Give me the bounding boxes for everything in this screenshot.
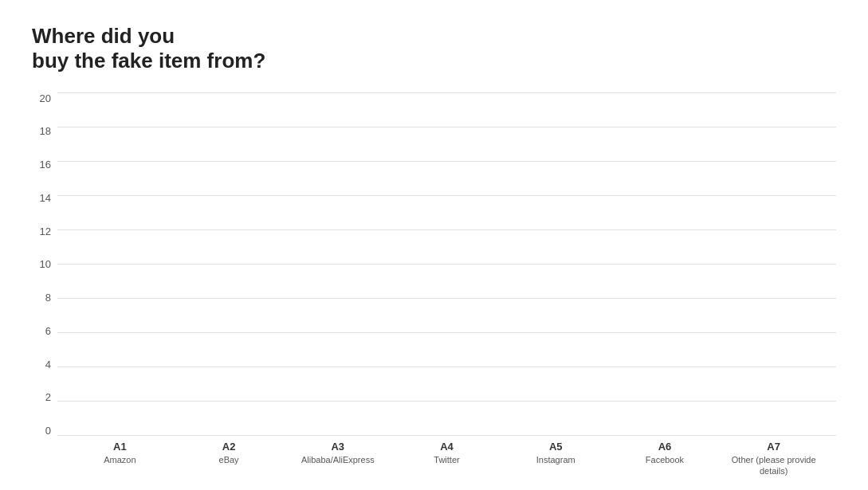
chart-container: Where did you buy the fake item from? 02… <box>0 0 868 490</box>
y-axis-label: 0 <box>32 425 57 436</box>
x-code-label: A1 <box>113 441 127 453</box>
x-code-label: A2 <box>222 441 236 453</box>
chart-inner: A1AmazonA2eBayA3Alibaba/AliExpressA4Twit… <box>57 92 836 474</box>
chart-area: 02468101214161820 A1AmazonA2eBayA3Alibab… <box>32 92 836 474</box>
y-axis-label: 18 <box>32 126 57 136</box>
x-name-label: Amazon <box>104 454 136 465</box>
x-name-label: Instagram <box>536 454 575 465</box>
y-axis-label: 16 <box>32 159 57 170</box>
x-code-label: A6 <box>658 441 672 453</box>
x-name-label: Facebook <box>646 454 684 465</box>
chart-title: Where did you buy the fake item from? <box>32 24 836 73</box>
x-label-group: A4Twitter <box>392 441 501 474</box>
title-line2: buy the fake item from? <box>32 49 265 73</box>
y-axis-label: 12 <box>32 226 57 237</box>
x-code-label: A4 <box>440 441 454 453</box>
y-axis-label: 14 <box>32 193 57 203</box>
y-axis-label: 6 <box>32 326 57 336</box>
x-name-label: eBay <box>219 454 239 465</box>
x-name-label: Alibaba/AliExpress <box>301 454 375 465</box>
bars-row <box>57 92 836 436</box>
x-name-label: Other (please provide details) <box>719 454 828 477</box>
x-code-label: A3 <box>331 441 344 453</box>
x-labels: A1AmazonA2eBayA3Alibaba/AliExpressA4Twit… <box>57 436 836 474</box>
y-axis-label: 4 <box>32 359 57 370</box>
x-code-label: A5 <box>549 441 563 453</box>
y-axis-label: 2 <box>32 392 57 402</box>
x-name-label: Twitter <box>434 454 459 465</box>
x-label-group: A6Facebook <box>611 441 720 474</box>
x-label-group: A1Amazon <box>65 441 175 474</box>
grid-and-bars <box>57 92 836 436</box>
x-label-group: A5Instagram <box>501 441 611 474</box>
title-line1: Where did you <box>32 24 175 48</box>
y-axis-label: 10 <box>32 259 57 269</box>
x-label-group: A7Other (please provide details) <box>719 441 828 474</box>
y-axis-label: 20 <box>32 93 57 104</box>
x-label-group: A3Alibaba/AliExpress <box>283 441 392 474</box>
x-label-group: A2eBay <box>175 441 284 474</box>
y-axis-label: 8 <box>32 292 57 303</box>
x-code-label: A7 <box>767 441 780 453</box>
y-axis: 02468101214161820 <box>32 92 57 474</box>
